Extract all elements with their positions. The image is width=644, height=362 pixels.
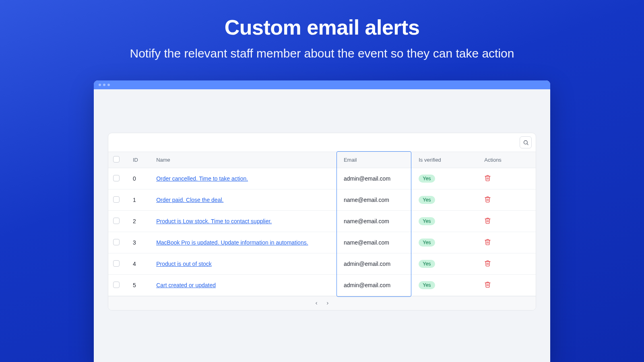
delete-button[interactable]	[484, 281, 491, 288]
row-id: 0	[128, 168, 151, 189]
verified-badge: Yes	[419, 260, 435, 268]
svg-line-1	[527, 144, 528, 145]
page-subtitle: Notify the relevant staff member about t…	[0, 47, 644, 60]
traffic-light-dot	[107, 84, 110, 86]
table-row: 0Order cancelled. Time to take action.ad…	[108, 168, 536, 189]
chevron-right-icon	[326, 300, 330, 306]
pagination	[108, 296, 536, 310]
trash-icon	[484, 260, 491, 267]
verified-badge: Yes	[419, 217, 435, 225]
row-email: name@email.com	[339, 189, 414, 211]
table-row: 1Order paid. Close the deal.name@email.c…	[108, 189, 536, 211]
window-titlebar	[94, 80, 550, 89]
browser-window: ID Name Email Is verified Actions 0Order…	[94, 80, 550, 362]
delete-button[interactable]	[484, 175, 491, 181]
verified-badge: Yes	[419, 239, 435, 247]
alert-name-link[interactable]: Product is Low stock. Time to contact su…	[156, 218, 272, 224]
row-id: 3	[128, 232, 151, 253]
alert-name-link[interactable]: Product is out of stock	[156, 261, 212, 267]
row-checkbox[interactable]	[113, 260, 120, 267]
delete-button[interactable]	[484, 239, 491, 245]
table-row: 5Cart created or updatedadmin@email.comY…	[108, 275, 536, 296]
alerts-table: ID Name Email Is verified Actions 0Order…	[108, 152, 536, 296]
col-header-email: Email	[339, 152, 414, 168]
prev-page-button[interactable]	[314, 300, 318, 306]
next-page-button[interactable]	[326, 300, 330, 306]
verified-badge: Yes	[419, 196, 435, 204]
alert-name-link[interactable]: Cart created or updated	[156, 282, 216, 288]
search-button[interactable]	[520, 136, 532, 148]
chevron-left-icon	[314, 300, 318, 306]
alert-name-link[interactable]: Order cancelled. Time to take action.	[156, 175, 248, 182]
trash-icon	[484, 281, 491, 288]
col-header-verified: Is verified	[414, 152, 479, 168]
trash-icon	[484, 196, 491, 203]
select-all-checkbox[interactable]	[113, 156, 120, 162]
table-row: 2Product is Low stock. Time to contact s…	[108, 211, 536, 232]
row-id: 2	[128, 211, 151, 232]
col-header-actions: Actions	[479, 152, 536, 168]
row-id: 5	[128, 275, 151, 296]
table-row: 4Product is out of stockadmin@email.comY…	[108, 253, 536, 275]
row-checkbox[interactable]	[113, 196, 120, 203]
table-row: 3MacBook Pro is updated. Update informat…	[108, 232, 536, 253]
search-icon	[523, 140, 529, 146]
verified-badge: Yes	[419, 175, 435, 183]
row-checkbox[interactable]	[113, 239, 120, 245]
page-title: Custom email alerts	[0, 15, 644, 39]
row-email: admin@email.com	[339, 168, 414, 189]
col-header-name: Name	[151, 152, 339, 168]
row-email: name@email.com	[339, 232, 414, 253]
alert-name-link[interactable]: MacBook Pro is updated. Update informati…	[156, 239, 308, 246]
row-email: name@email.com	[339, 211, 414, 232]
row-id: 4	[128, 253, 151, 275]
delete-button[interactable]	[484, 217, 491, 224]
trash-icon	[484, 217, 491, 224]
col-header-id: ID	[128, 152, 151, 168]
trash-icon	[484, 175, 491, 181]
verified-badge: Yes	[419, 281, 435, 289]
traffic-light-dot	[103, 84, 105, 86]
traffic-light-dot	[99, 84, 101, 86]
row-checkbox[interactable]	[113, 175, 120, 181]
alerts-table-card: ID Name Email Is verified Actions 0Order…	[108, 133, 536, 311]
row-id: 1	[128, 189, 151, 211]
row-email: admin@email.com	[339, 275, 414, 296]
trash-icon	[484, 239, 491, 245]
row-checkbox[interactable]	[113, 282, 120, 288]
row-checkbox[interactable]	[113, 218, 120, 224]
alert-name-link[interactable]: Order paid. Close the deal.	[156, 197, 223, 203]
delete-button[interactable]	[484, 196, 491, 203]
delete-button[interactable]	[484, 260, 491, 267]
row-email: admin@email.com	[339, 253, 414, 275]
